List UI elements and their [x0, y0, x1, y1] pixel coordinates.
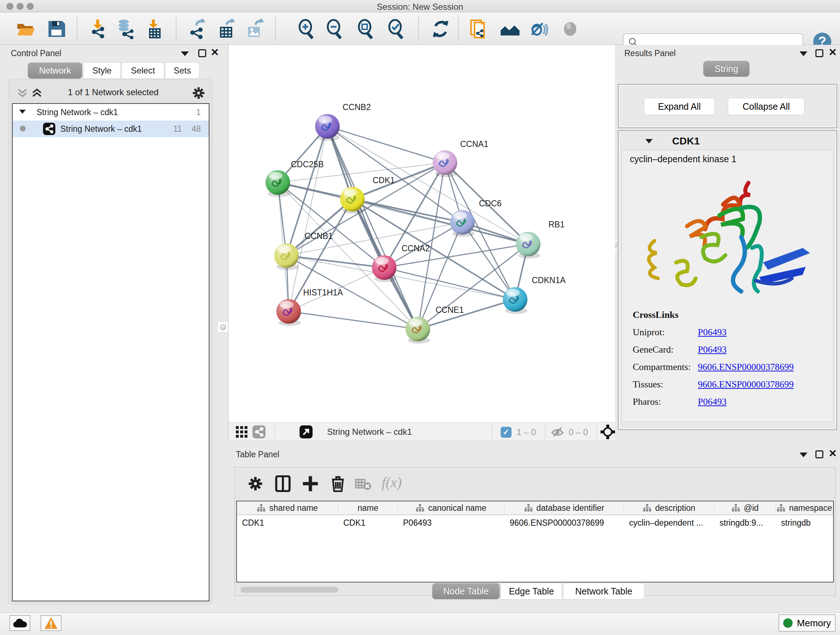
tab-sets[interactable]: Sets [165, 62, 200, 79]
hidden-eye-icon[interactable] [551, 426, 564, 438]
left-splitter-handle[interactable] [218, 321, 228, 333]
table-horizontal-scrollbar[interactable] [240, 587, 338, 593]
gene-collapse-icon[interactable] [645, 139, 653, 143]
network-edge[interactable] [286, 256, 384, 268]
network-node-ccna1[interactable]: CCNA1 [433, 139, 488, 177]
save-session-icon[interactable] [46, 19, 66, 39]
crosslink-link[interactable]: 9606.ENSP00000378699 [698, 379, 794, 390]
network-edge[interactable] [418, 299, 515, 329]
crosslink-link[interactable]: P06493 [698, 327, 726, 338]
memory-button[interactable]: Memory [778, 614, 836, 632]
node-table-header: shared namenamecanonical namedatabase id… [237, 501, 833, 515]
network-edge[interactable] [289, 126, 327, 311]
table-panel-float-icon[interactable] [815, 450, 823, 458]
network-edge[interactable] [286, 199, 352, 256]
network-collection-row[interactable]: String Network – cdk1 1 [13, 104, 209, 120]
hide-glasses-icon[interactable] [529, 19, 549, 39]
birdseye-crosshair-icon[interactable] [600, 424, 615, 439]
network-node-rb1[interactable]: RB1 [516, 220, 565, 258]
table-row[interactable]: CDK1CDK1P064939606.ENSP00000378699cyclin… [237, 515, 833, 530]
control-panel-float-icon[interactable] [198, 49, 206, 57]
clear-table-icon[interactable] [355, 475, 371, 492]
results-panel-collapse-icon[interactable] [799, 51, 807, 56]
crosslink-link[interactable]: P06493 [698, 344, 726, 355]
network-canvas[interactable]: CCNB2CCNA1CDC25BCDK1CDC6RB1CCNB1CCNA2CDK… [229, 45, 615, 422]
network-edge[interactable] [418, 244, 528, 329]
tab-node-table[interactable]: Node Table [432, 583, 500, 600]
string-home-icon[interactable] [500, 19, 520, 39]
network-edge[interactable] [384, 268, 515, 299]
open-session-icon[interactable] [16, 19, 36, 39]
collapse-all-networks-icon[interactable] [31, 87, 43, 99]
network-edge[interactable] [327, 126, 528, 244]
control-panel-collapse-icon[interactable] [181, 51, 189, 56]
zoom-selected-icon[interactable] [386, 19, 407, 39]
export-network-icon[interactable] [187, 19, 207, 39]
network-row[interactable]: String Network – cdk1 11 48 [13, 120, 209, 137]
network-edge[interactable] [352, 199, 528, 244]
network-node-cdkn1a[interactable]: CDKN1A [503, 276, 566, 314]
expand-all-networks-icon[interactable] [16, 87, 28, 99]
cell-canonical-name[interactable]: P06493 [398, 515, 505, 530]
apply-layout-icon[interactable] [431, 19, 451, 39]
import-network-from-database-icon[interactable] [115, 19, 135, 39]
table-gear-icon[interactable] [247, 475, 264, 492]
network-edge[interactable] [327, 126, 445, 163]
results-panel-title: Results Panel [624, 49, 676, 58]
zoom-out-icon[interactable] [325, 19, 345, 39]
create-column-icon[interactable] [302, 475, 319, 492]
delete-column-icon[interactable] [330, 475, 346, 492]
network-node-ccnb1[interactable]: CCNB1 [274, 231, 333, 270]
crosslink-link[interactable]: P06493 [698, 396, 726, 407]
network-edge[interactable] [327, 126, 418, 329]
grid-view-icon[interactable] [236, 426, 248, 438]
show-columns-icon[interactable] [275, 475, 291, 492]
cloud-button[interactable] [9, 615, 30, 631]
control-panel-close-icon[interactable]: ✕ [210, 49, 219, 57]
column-header-description[interactable]: description [624, 501, 714, 515]
tab-edge-table[interactable]: Edge Table [501, 583, 562, 600]
tab-style[interactable]: Style [83, 62, 121, 79]
cell-description[interactable]: cyclin–dependent ... [624, 515, 714, 530]
cell-database-identifier[interactable]: 9606.ENSP00000378699 [505, 515, 624, 530]
network-view-share-icon[interactable] [253, 425, 265, 439]
column-header-shared-name[interactable]: shared name [237, 501, 338, 515]
function-builder-icon[interactable]: f(x) [382, 474, 402, 491]
export-image-icon[interactable] [245, 19, 265, 39]
column-header-canonical-name[interactable]: canonical name [398, 501, 505, 515]
string-import-icon[interactable] [469, 19, 489, 39]
cell-name[interactable]: CDK1 [338, 515, 398, 530]
column-header-namespace[interactable]: namespace [776, 501, 833, 515]
import-table-icon[interactable] [144, 19, 164, 39]
string-results-tab[interactable]: String [703, 61, 750, 77]
export-table-icon[interactable] [216, 19, 237, 39]
selected-checkbox-icon[interactable]: ✓ [501, 427, 512, 438]
gene-header[interactable]: CDK1 [622, 134, 834, 150]
network-edge[interactable] [289, 311, 418, 329]
tab-select[interactable]: Select [122, 62, 164, 79]
column-header-@id[interactable]: @id [714, 501, 776, 515]
column-header-name[interactable]: name [338, 501, 398, 515]
import-network-icon[interactable] [88, 19, 108, 39]
tab-network[interactable]: Network [27, 62, 82, 79]
cell-namespace[interactable]: stringdb [776, 515, 833, 530]
cell-@id[interactable]: stringdb:9... [714, 515, 776, 530]
cell-shared-name[interactable]: CDK1 [237, 515, 338, 530]
open-external-icon[interactable] [300, 425, 313, 439]
results-panel-float-icon[interactable] [815, 49, 823, 57]
zoom-in-icon[interactable] [297, 19, 317, 39]
zoom-fit-icon[interactable] [356, 19, 376, 39]
results-panel-close-icon[interactable]: ✕ [829, 49, 837, 57]
tab-network-table[interactable]: Network Table [563, 583, 645, 600]
warning-button[interactable] [41, 615, 62, 631]
expand-all-button[interactable]: Expand All [644, 98, 715, 115]
network-node-hist1h1a[interactable]: HIST1H1A [276, 288, 343, 326]
table-panel-collapse-icon[interactable] [799, 453, 807, 457]
crosslink-link[interactable]: 9606.ENSP00000378699 [698, 362, 794, 372]
column-header-database-identifier[interactable]: database identifier [505, 501, 624, 515]
network-options-gear-icon[interactable] [191, 86, 206, 100]
collection-expand-icon[interactable] [19, 110, 26, 114]
collapse-all-button[interactable]: Collapse All [728, 98, 805, 115]
eye-icon[interactable] [560, 19, 580, 39]
table-panel-close-icon[interactable]: ✕ [829, 450, 837, 458]
